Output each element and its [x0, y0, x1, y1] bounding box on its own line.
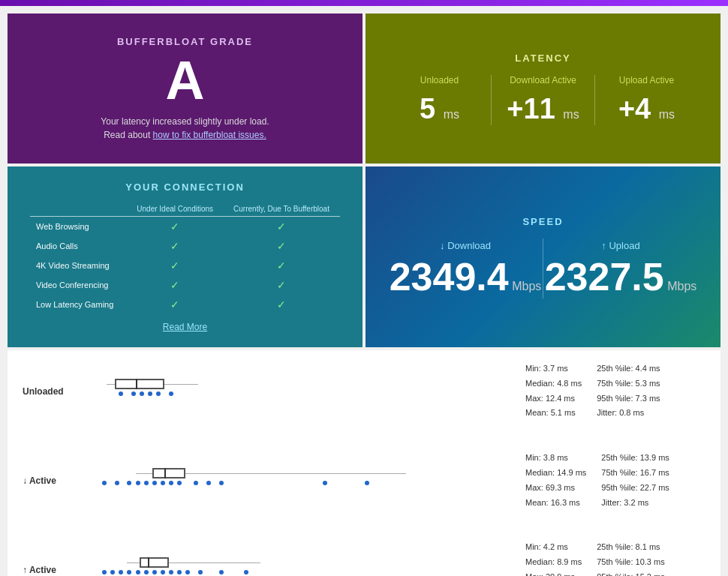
- connection-row: Audio Calls ✓ ✓: [30, 236, 340, 256]
- stat-line: 25th %ile: 4.4 ms: [597, 362, 660, 376]
- stat-line: Max: 12.4 ms: [525, 392, 582, 406]
- speed-upload-value: 2327.5: [545, 255, 664, 298]
- stat-line: 25th %ile: 13.9 ms: [601, 451, 669, 466]
- data-dot: [161, 481, 165, 485]
- latency-panel: LATENCY Unloaded 5 ms Download Active +1…: [366, 14, 720, 164]
- data-dot: [198, 570, 203, 574]
- stat-line: Median: 8.9 ms: [525, 555, 582, 570]
- data-dot: [115, 481, 119, 485]
- data-dot: [194, 481, 198, 485]
- data-dot: [177, 481, 182, 485]
- bufferbloat-link[interactable]: how to fix bufferbloat issues.: [153, 130, 266, 140]
- stat-row: ↓ ActiveMin: 3.8 msMedian: 14.9 msMax: 6…: [23, 451, 705, 518]
- bufferbloat-panel: BUFFERBLOAT GRADE A Your latency increas…: [8, 14, 362, 164]
- data-dot: [244, 570, 248, 574]
- data-dot: [119, 392, 123, 396]
- stat-line: Jitter: 0.8 ms: [597, 406, 660, 421]
- stat-line: Jitter: 3.2 ms: [601, 496, 669, 511]
- stat-col1: Min: 3.7 msMedian: 4.8 msMax: 12.4 msMea…: [525, 362, 582, 421]
- data-dot: [136, 481, 140, 485]
- bufferbloat-grade: A: [166, 53, 205, 107]
- bufferbloat-desc-text: Your latency increased slightly under lo…: [101, 116, 269, 127]
- boxplot-container: [94, 462, 510, 500]
- conn-row-ideal: ✓: [127, 217, 223, 237]
- conn-row-label: Low Latency Gaming: [30, 295, 127, 314]
- stat-col2: 25th %ile: 4.4 ms75th %ile: 5.3 ms95th %…: [597, 362, 660, 421]
- speed-download: ↓ Download 2349.4 Mbps: [388, 240, 543, 296]
- data-dot: [136, 570, 140, 574]
- stat-col1: Min: 4.2 msMedian: 8.9 msMax: 30.9 msMea…: [525, 540, 582, 576]
- boxplot-box: [140, 557, 169, 568]
- data-dot: [161, 570, 165, 574]
- stat-line: 75th %ile: 16.7 ms: [601, 466, 669, 481]
- data-dot: [131, 392, 136, 396]
- stat-row: UnloadedMin: 3.7 msMedian: 4.8 msMax: 12…: [23, 362, 705, 428]
- data-dot: [127, 570, 131, 574]
- data-dot: [219, 570, 224, 574]
- top-bar: [0, 0, 728, 6]
- bufferbloat-read-text: Read about: [104, 130, 152, 140]
- conn-row-current: ✓: [223, 217, 340, 237]
- read-more-link[interactable]: Read More: [30, 322, 340, 332]
- stat-line: 25th %ile: 8.1 ms: [597, 540, 665, 555]
- boxplot-median: [164, 468, 166, 478]
- latency-download-label: Download Active: [503, 75, 583, 86]
- stat-line: Min: 3.7 ms: [525, 362, 582, 376]
- conn-row-label: Audio Calls: [30, 236, 127, 256]
- connection-row: Web Browsing ✓ ✓: [30, 217, 340, 237]
- connection-panel: YOUR CONNECTION Under Ideal Conditions C…: [8, 166, 362, 347]
- speed-metrics: ↓ Download 2349.4 Mbps ↑ Upload 2327.5 M…: [388, 238, 698, 298]
- stat-line: 75th %ile: 5.3 ms: [597, 376, 660, 392]
- conn-row-ideal: ✓: [127, 236, 223, 256]
- connection-table: Under Ideal Conditions Currently, Due To…: [30, 202, 340, 314]
- data-dot: [152, 570, 157, 574]
- stat-col2: 25th %ile: 8.1 ms75th %ile: 10.3 ms95th …: [597, 540, 665, 576]
- main-container: BUFFERBLOAT GRADE A Your latency increas…: [0, 6, 728, 576]
- conn-row-label: Web Browsing: [30, 217, 127, 237]
- stats-section: UnloadedMin: 3.7 msMedian: 4.8 msMax: 12…: [8, 350, 720, 576]
- stat-line: Mean: 5.1 ms: [525, 406, 582, 421]
- stat-label: Unloaded: [23, 386, 79, 397]
- data-dot: [206, 481, 211, 485]
- data-dot: [169, 481, 173, 485]
- stat-line: Mean: 16.3 ms: [525, 496, 586, 511]
- data-dot: [169, 570, 173, 574]
- data-dot: [140, 392, 144, 396]
- speed-upload-direction: ↑ Upload: [543, 240, 698, 251]
- stat-col2: 25th %ile: 13.9 ms75th %ile: 16.7 ms95th…: [601, 451, 669, 510]
- data-dot: [219, 481, 224, 485]
- latency-download-active: Download Active +11 ms: [492, 75, 595, 125]
- latency-unloaded-value: 5 ms: [399, 93, 480, 125]
- conn-col-empty: [30, 202, 127, 217]
- data-dot: [127, 481, 131, 485]
- connection-row: Video Conferencing ✓ ✓: [30, 275, 340, 295]
- conn-row-current: ✓: [223, 295, 340, 314]
- conn-row-ideal: ✓: [127, 275, 223, 295]
- data-dot: [119, 570, 123, 574]
- stat-label: ↓ Active: [23, 476, 79, 486]
- boxplot-dots: [94, 481, 510, 488]
- stat-details: Min: 3.8 msMedian: 14.9 msMax: 69.3 msMe…: [525, 451, 705, 510]
- connection-row: Low Latency Gaming ✓ ✓: [30, 295, 340, 314]
- conn-row-ideal: ✓: [127, 295, 223, 314]
- boxplot-dots: [94, 392, 510, 399]
- latency-unloaded: Unloaded 5 ms: [388, 75, 492, 125]
- speed-download-value: 2349.4: [390, 255, 509, 298]
- stat-line: Median: 14.9 ms: [525, 466, 586, 481]
- data-dot: [148, 392, 152, 396]
- connection-row: 4K Video Streaming ✓ ✓: [30, 256, 340, 275]
- stat-details: Min: 3.7 msMedian: 4.8 msMax: 12.4 msMea…: [525, 362, 705, 421]
- speed-download-direction: ↓ Download: [388, 240, 543, 251]
- latency-upload-label: Upload Active: [606, 75, 687, 86]
- data-dot: [365, 481, 369, 485]
- speed-download-value-container: 2349.4 Mbps: [388, 257, 543, 296]
- speed-download-unit: Mbps: [512, 280, 541, 292]
- data-dot: [323, 481, 327, 485]
- stat-label: ↑ Active: [23, 565, 79, 575]
- latency-title: LATENCY: [515, 52, 570, 64]
- data-dot: [169, 392, 173, 396]
- conn-row-current: ✓: [223, 275, 340, 295]
- bufferbloat-title: BUFFERBLOAT GRADE: [117, 36, 253, 47]
- stat-line: Max: 69.3 ms: [525, 481, 586, 496]
- boxplot-median: [136, 379, 137, 389]
